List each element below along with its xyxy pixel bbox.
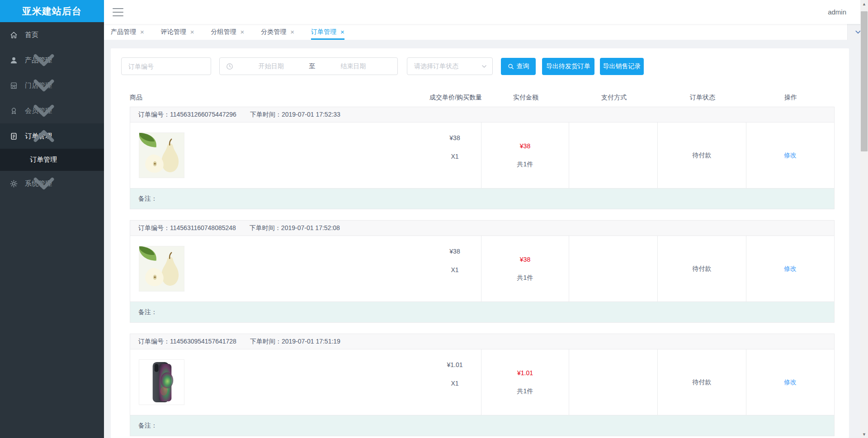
edit-order-link[interactable]: 修改 bbox=[784, 265, 797, 273]
col-product: 商品 bbox=[130, 94, 142, 102]
order-time: 2019-07-01 17:52:08 bbox=[281, 224, 340, 231]
item-count: 共1件 bbox=[517, 274, 533, 282]
close-icon[interactable]: × bbox=[290, 28, 294, 35]
page-scrollbar[interactable]: ▲ ▼ bbox=[860, 0, 868, 438]
pay-method-cell bbox=[569, 122, 658, 188]
search-icon bbox=[508, 63, 514, 70]
order-status-cell: 待付款 bbox=[658, 349, 746, 415]
order-no: 1145630954157641728 bbox=[170, 338, 236, 345]
order-group: 订单编号：1145631160748085248 下单时间：2019-07-01… bbox=[130, 220, 835, 323]
product-cell: ¥1.01 X1 bbox=[130, 349, 481, 415]
tab-orders-active[interactable]: 订单管理 × bbox=[311, 24, 344, 40]
paid-amount: ¥38 bbox=[520, 142, 530, 150]
chevron-up-icon bbox=[0, 123, 96, 149]
user-menu[interactable]: admin bbox=[828, 8, 846, 16]
item-count: 共1件 bbox=[517, 387, 533, 396]
order-status-select[interactable]: 请选择订单状态 bbox=[407, 57, 493, 75]
export-sales-records-button[interactable]: 导出销售记录 bbox=[600, 58, 644, 75]
order-time: 2019-07-01 17:51:19 bbox=[282, 338, 340, 345]
sidebar-item-members[interactable]: 会员管理 bbox=[0, 98, 104, 123]
end-date-placeholder[interactable]: 结束日期 bbox=[316, 62, 392, 71]
sidebar-subitem-orders[interactable]: 订单管理 bbox=[0, 149, 104, 171]
order-no-label: 订单编号： bbox=[138, 111, 170, 118]
order-no: 1145631160748085248 bbox=[170, 224, 236, 231]
order-status-cell: 待付款 bbox=[658, 122, 746, 188]
product-image-iphone bbox=[139, 359, 184, 405]
quantity: X1 bbox=[451, 153, 458, 160]
unit-price: ¥38 bbox=[449, 248, 460, 255]
order-group: 订单编号：1145631266075447296 下单时间：2019-07-01… bbox=[130, 107, 835, 209]
paid-amount: ¥38 bbox=[520, 256, 530, 263]
sidebar: 亚米建站后台 首页 产品管理 门店管理 会员管理 订单管理 bbox=[0, 0, 104, 438]
chevron-down-icon bbox=[0, 98, 96, 123]
tab-bar: 产品管理 × 评论管理 × 分组管理 × 分类管理 × 订单管理 × bbox=[104, 24, 868, 40]
order-remark-row: 备注： bbox=[130, 188, 834, 209]
product-image-pear bbox=[139, 132, 184, 178]
order-remark-row: 备注： bbox=[130, 415, 834, 436]
product-image-pear bbox=[139, 246, 184, 292]
search-button[interactable]: 查询 bbox=[501, 58, 536, 75]
sidebar-item-label: 首页 bbox=[25, 31, 38, 39]
sidebar-item-products[interactable]: 产品管理 bbox=[0, 47, 104, 73]
scroll-up-arrow-icon[interactable]: ▲ bbox=[860, 0, 868, 8]
action-cell: 修改 bbox=[746, 236, 834, 301]
edit-order-link[interactable]: 修改 bbox=[784, 151, 797, 160]
sidebar-item-orders[interactable]: 订单管理 bbox=[0, 123, 104, 149]
unit-price: ¥38 bbox=[449, 134, 460, 141]
remark-label: 备注： bbox=[138, 308, 157, 316]
sidebar-group-orders: 订单管理 订单管理 bbox=[0, 123, 104, 171]
item-count: 共1件 bbox=[517, 160, 533, 169]
order-no: 1145631266075447296 bbox=[170, 111, 236, 118]
chevron-down-icon bbox=[0, 171, 96, 196]
order-no-label: 订单编号： bbox=[138, 338, 170, 345]
status-badge: 待付款 bbox=[693, 378, 712, 386]
col-unit-price-qty: 成交单价/购买数量 bbox=[429, 94, 482, 102]
tab-comments[interactable]: 评论管理 × bbox=[161, 24, 194, 40]
content-area: 开始日期 至 结束日期 请选择订单状态 查询 导出待发货订单 导出销售记录 bbox=[104, 40, 868, 438]
hamburger-menu-icon[interactable] bbox=[113, 8, 123, 16]
tab-products[interactable]: 产品管理 × bbox=[111, 24, 144, 40]
sidebar-item-stores[interactable]: 门店管理 bbox=[0, 73, 104, 98]
close-icon[interactable]: × bbox=[241, 28, 245, 35]
sidebar-subitem-label: 订单管理 bbox=[30, 155, 57, 164]
close-icon[interactable]: × bbox=[140, 28, 144, 35]
table-row: ¥38 X1 ¥38 共1件 待付款 修改 bbox=[130, 236, 834, 302]
remark-label: 备注： bbox=[138, 195, 157, 203]
scroll-down-arrow-icon[interactable]: ▼ bbox=[860, 430, 868, 438]
scrollbar-thumb[interactable] bbox=[861, 11, 868, 151]
start-date-placeholder[interactable]: 开始日期 bbox=[233, 62, 309, 71]
tab-label: 评论管理 bbox=[161, 28, 186, 36]
orders-table: 商品 成交单价/购买数量 实付金额 支付方式 订单状态 操作 订单编号：1145… bbox=[130, 89, 835, 436]
order-no-label: 订单编号： bbox=[138, 224, 170, 231]
clock-icon bbox=[226, 63, 233, 70]
product-cell: ¥38 X1 bbox=[130, 236, 481, 301]
sidebar-item-home[interactable]: 首页 bbox=[0, 22, 104, 47]
order-remark-row: 备注： bbox=[130, 302, 834, 322]
export-pending-orders-button[interactable]: 导出待发货订单 bbox=[542, 58, 594, 75]
chevron-down-icon bbox=[0, 73, 96, 98]
order-group-header: 订单编号：1145631160748085248 下单时间：2019-07-01… bbox=[130, 221, 834, 236]
order-number-input[interactable] bbox=[121, 57, 211, 75]
select-placeholder: 请选择订单状态 bbox=[414, 62, 481, 71]
col-paid-amount: 实付金额 bbox=[482, 94, 570, 102]
date-range-picker[interactable]: 开始日期 至 结束日期 bbox=[219, 57, 398, 75]
paid-amount: ¥1.01 bbox=[517, 369, 533, 377]
order-time-label: 下单时间： bbox=[250, 224, 281, 231]
status-badge: 待付款 bbox=[693, 265, 712, 273]
sidebar-item-system[interactable]: 系统管理 bbox=[0, 171, 104, 196]
orders-panel: 开始日期 至 结束日期 请选择订单状态 查询 导出待发货订单 导出销售记录 bbox=[111, 48, 849, 438]
topbar: admin bbox=[104, 0, 868, 24]
tab-label: 分类管理 bbox=[261, 28, 286, 36]
remark-label: 备注： bbox=[138, 422, 157, 430]
app-logo: 亚米建站后台 bbox=[0, 0, 104, 22]
home-icon bbox=[9, 31, 18, 39]
close-icon[interactable]: × bbox=[340, 28, 344, 35]
order-time-label: 下单时间： bbox=[250, 111, 282, 118]
chevron-down-icon bbox=[481, 64, 487, 69]
col-pay-method: 支付方式 bbox=[570, 94, 658, 102]
close-icon[interactable]: × bbox=[190, 28, 194, 35]
tab-categories[interactable]: 分类管理 × bbox=[261, 24, 294, 40]
edit-order-link[interactable]: 修改 bbox=[784, 378, 797, 386]
main-area: admin 产品管理 × 评论管理 × 分组管理 × 分类管理 × 订单管理 × bbox=[104, 0, 868, 438]
tab-groups[interactable]: 分组管理 × bbox=[211, 24, 245, 40]
